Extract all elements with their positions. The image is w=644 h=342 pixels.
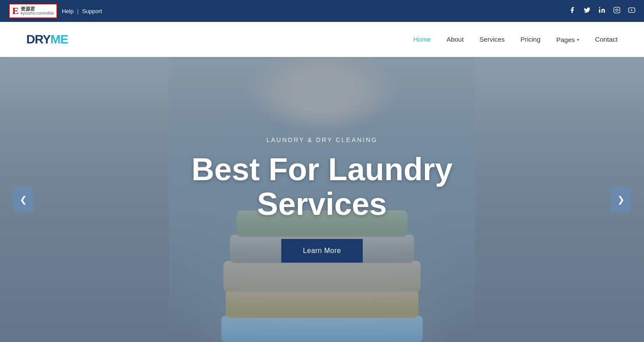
nav-item-contact[interactable]: Contact: [595, 36, 618, 43]
logo-e-letter: E: [12, 5, 19, 17]
main-navbar: DRYME Home About Services Pricing Pages …: [0, 22, 644, 57]
navbar-links: Home About Services Pricing Pages ▾ Cont…: [413, 36, 618, 43]
nav-link-services[interactable]: Services: [479, 36, 505, 43]
topbar-separator-1: |: [77, 8, 78, 14]
carousel-prev-button[interactable]: ❮: [13, 187, 33, 212]
twitter-icon[interactable]: [584, 7, 591, 15]
nav-item-about[interactable]: About: [446, 36, 464, 43]
nav-link-home[interactable]: Home: [413, 36, 431, 43]
nav-item-pricing[interactable]: Pricing: [520, 36, 541, 43]
topbar-nav: Help | Support: [62, 8, 102, 14]
hero-subtitle: LAUNDRY & DRY CLEANING: [191, 136, 453, 143]
top-bar-left: E 资源君 eyunzhu.com/vdisk Help | Support: [9, 4, 102, 18]
social-icons-group: [569, 7, 635, 15]
navbar-logo[interactable]: DRYME: [26, 32, 68, 46]
nav-item-services[interactable]: Services: [479, 36, 505, 43]
topbar-help-link[interactable]: Help: [62, 8, 74, 14]
logo-dry: DRY: [26, 32, 50, 46]
svg-rect-1: [614, 7, 619, 13]
carousel-next-button[interactable]: ❯: [611, 187, 631, 212]
hero-title: Best For Laundry Services: [191, 152, 453, 221]
pages-dropdown-arrow: ▾: [577, 37, 579, 42]
hero-title-line1: Best For Laundry: [191, 152, 453, 187]
nav-item-home[interactable]: Home: [413, 36, 431, 43]
nav-link-about[interactable]: About: [446, 36, 464, 43]
topbar-support-link[interactable]: Support: [82, 8, 102, 14]
facebook-icon[interactable]: [569, 7, 576, 15]
hero-content: LAUNDRY & DRY CLEANING Best For Laundry …: [174, 136, 470, 263]
nav-item-pages[interactable]: Pages ▾: [556, 36, 580, 43]
linkedin-icon[interactable]: [598, 7, 605, 15]
hero-section: LAUNDRY & DRY CLEANING Best For Laundry …: [0, 57, 644, 342]
youtube-icon[interactable]: [628, 7, 635, 15]
hero-title-line2: Services: [257, 186, 387, 221]
logo-me: ME: [50, 32, 68, 46]
hero-cta-button[interactable]: Learn More: [281, 239, 363, 263]
nav-link-pages[interactable]: Pages: [556, 36, 575, 43]
brand-logo-eyunzhu[interactable]: E 资源君 eyunzhu.com/vdisk: [9, 4, 57, 18]
instagram-icon[interactable]: [613, 7, 620, 15]
nav-link-pricing[interactable]: Pricing: [520, 36, 541, 43]
logo-url-text: eyunzhu.com/vdisk: [21, 11, 54, 16]
svg-point-0: [599, 7, 600, 8]
top-bar: E 资源君 eyunzhu.com/vdisk Help | Support: [0, 0, 644, 22]
logo-text-block: 资源君 eyunzhu.com/vdisk: [21, 6, 54, 16]
nav-link-contact[interactable]: Contact: [595, 36, 618, 43]
svg-marker-3: [631, 9, 633, 11]
